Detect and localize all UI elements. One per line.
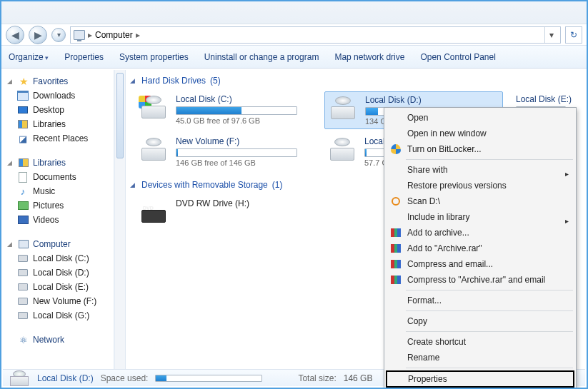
ctx-compress-rar-email[interactable]: Compress to "Archive.rar" and email — [386, 272, 574, 288]
status-drive-name: Local Disk (D:) — [37, 373, 94, 383]
drive-h-dvd[interactable]: DVD RW Drive (H:) — [136, 196, 314, 226]
network-header[interactable]: ◢⚛Network — [6, 333, 111, 347]
sidebar-item-drive-d[interactable]: Local Disk (D:) — [6, 266, 111, 280]
ctx-restore-versions[interactable]: Restore previous versions — [386, 178, 574, 193]
drive-icon — [327, 136, 357, 161]
breadcrumb-dropdown[interactable]: ▾ — [544, 27, 557, 43]
ctx-properties[interactable]: Properties — [386, 370, 574, 388]
archive-icon — [390, 258, 402, 270]
nav-row: ◀ ▶ ▾ ▸ Computer ▸ ▾ ↻ — [1, 24, 587, 46]
sidebar-item-drive-c[interactable]: Local Disk (C:) — [6, 251, 111, 266]
drive-icon — [17, 267, 29, 278]
drive-icon — [139, 136, 169, 161]
usage-bar — [176, 148, 297, 157]
sidebar-item-music[interactable]: ♪Music — [6, 184, 111, 198]
sidebar-item-documents[interactable]: Documents — [6, 170, 111, 184]
drive-name: Local Disk (D:) — [365, 95, 487, 105]
ctx-create-shortcut[interactable]: Create shortcut — [386, 334, 574, 350]
separator — [406, 159, 573, 160]
separator — [406, 331, 573, 332]
drive-icon — [17, 253, 29, 264]
sidebar-item-recent[interactable]: ◪Recent Places — [6, 131, 111, 146]
refresh-button[interactable]: ↻ — [565, 26, 582, 44]
toolbar-map-drive[interactable]: Map network drive — [334, 52, 404, 62]
computer-icon — [18, 238, 29, 250]
usage-bar — [176, 106, 297, 115]
ctx-bitlocker[interactable]: Turn on BitLocker... — [386, 141, 574, 157]
toolbar: Organize Properties System properties Un… — [1, 46, 587, 69]
sidebar-scrollbar[interactable] — [114, 70, 126, 369]
ctx-share-with[interactable]: Share with — [386, 162, 574, 178]
status-total-label: Total size: — [298, 373, 336, 383]
ctx-open[interactable]: Open — [386, 110, 574, 126]
ctx-compress-email[interactable]: Compress and email... — [386, 256, 574, 272]
recent-icon: ◪ — [17, 133, 29, 144]
sidebar-item-drive-f[interactable]: New Volume (F:) — [6, 294, 111, 308]
favorites-header[interactable]: ◢★Favorites — [6, 74, 111, 89]
toolbar-system-properties[interactable]: System properties — [119, 52, 189, 62]
ctx-open-new-window[interactable]: Open in new window — [386, 126, 574, 141]
star-icon: ★ — [18, 76, 29, 87]
ctx-add-archive[interactable]: Add to archive... — [386, 225, 574, 241]
drive-icon — [17, 295, 29, 307]
desktop-icon — [17, 104, 29, 116]
libraries-icon — [17, 118, 29, 130]
back-button[interactable]: ◀ — [6, 26, 24, 44]
status-usage-bar — [155, 375, 262, 382]
ctx-rename[interactable]: Rename — [386, 350, 574, 365]
ctx-copy[interactable]: Copy — [386, 313, 574, 329]
sidebar-item-libraries[interactable]: Libraries — [6, 117, 111, 131]
drive-c[interactable]: Local Disk (C:) 45.0 GB free of 97.6 GB — [136, 91, 314, 129]
section-hard-disk-drives[interactable]: ◢ Hard Disk Drives (5) — [126, 73, 585, 89]
drive-name: Local Disk (C:) — [176, 94, 297, 104]
music-icon: ♪ — [17, 186, 29, 197]
drive-free-text: 45.0 GB free of 97.6 GB — [176, 116, 297, 125]
separator — [406, 368, 573, 368]
toolbar-properties[interactable]: Properties — [64, 52, 104, 62]
toolbar-uninstall[interactable]: Uninstall or change a program — [204, 52, 319, 62]
drive-icon — [9, 370, 30, 386]
computer-icon — [74, 29, 85, 41]
network-icon: ⚛ — [18, 334, 29, 345]
shield-icon — [390, 143, 402, 155]
sidebar-item-pictures[interactable]: Pictures — [6, 198, 111, 213]
window-titlebar — [1, 1, 587, 24]
drive-icon — [17, 310, 29, 321]
separator — [406, 290, 573, 291]
toolbar-control-panel[interactable]: Open Control Panel — [420, 52, 495, 62]
ctx-format[interactable]: Format... — [386, 293, 574, 308]
ctx-scan-d[interactable]: Scan D:\ — [386, 193, 574, 209]
forward-button[interactable]: ▶ — [29, 26, 47, 44]
separator — [406, 310, 573, 311]
drive-name: New Volume (F:) — [176, 136, 297, 146]
drive-name: Local Disk (E:) — [516, 94, 572, 104]
organize-menu[interactable]: Organize — [9, 52, 49, 62]
drive-icon — [139, 94, 169, 118]
sidebar-item-videos[interactable]: Videos — [6, 213, 111, 227]
archive-icon — [390, 227, 402, 238]
sidebar-item-drive-g[interactable]: Local Disk (G:) — [6, 308, 111, 323]
navigation-pane: ◢★Favorites Downloads Desktop Libraries … — [3, 70, 114, 369]
sidebar-item-desktop[interactable]: Desktop — [6, 103, 111, 117]
computer-header[interactable]: ◢Computer — [6, 237, 111, 251]
archive-icon — [390, 274, 402, 286]
history-dropdown[interactable]: ▾ — [51, 28, 66, 42]
chevron-icon: ▸ — [136, 30, 140, 40]
breadcrumb-segment[interactable]: Computer — [95, 30, 133, 40]
archive-icon — [390, 243, 402, 254]
sidebar-item-downloads[interactable]: Downloads — [6, 89, 111, 103]
sidebar-item-drive-e[interactable]: Local Disk (E:) — [6, 280, 111, 294]
drive-f[interactable]: New Volume (F:) 146 GB free of 146 GB — [136, 133, 314, 170]
context-menu: Open Open in new window Turn on BitLocke… — [384, 107, 577, 389]
pictures-icon — [17, 200, 29, 211]
status-total-value: 146 GB — [344, 373, 373, 383]
drive-icon — [328, 95, 358, 119]
documents-icon — [17, 171, 29, 183]
ctx-add-archive-rar[interactable]: Add to "Archive.rar" — [386, 241, 574, 256]
downloads-icon — [17, 90, 29, 101]
drive-name: DVD RW Drive (H:) — [176, 198, 249, 208]
breadcrumb[interactable]: ▸ Computer ▸ ▾ — [70, 26, 561, 44]
ctx-include-library[interactable]: Include in library — [386, 209, 574, 225]
libraries-header[interactable]: ◢Libraries — [6, 156, 111, 170]
videos-icon — [17, 214, 29, 226]
